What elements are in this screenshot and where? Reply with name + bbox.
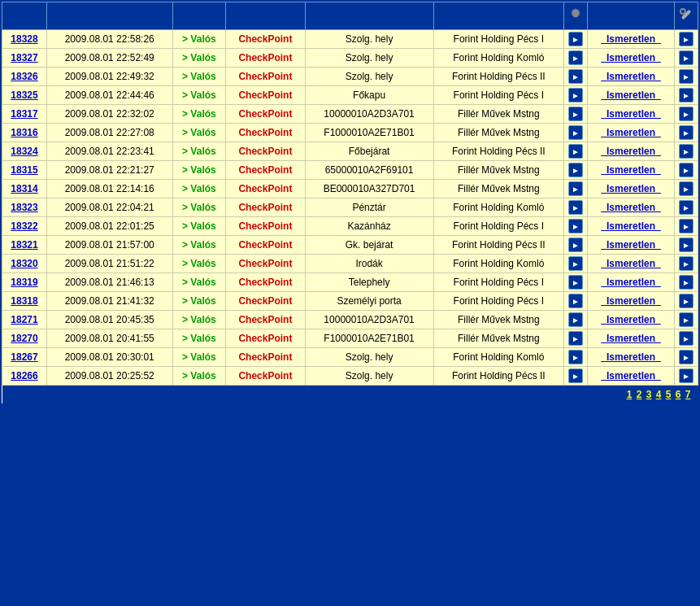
cell-arrow1[interactable]: ►: [564, 105, 588, 124]
cell-arrow1[interactable]: ►: [564, 348, 588, 367]
cell-sorszam[interactable]: 18317: [2, 105, 47, 124]
vagyonor-button[interactable]: ►: [679, 88, 693, 102]
detail-button[interactable]: ►: [568, 368, 583, 383]
vagyonor-button[interactable]: ►: [679, 294, 693, 308]
cell-arrow1[interactable]: ►: [564, 142, 588, 161]
col-icon1[interactable]: [564, 2, 588, 30]
page-link-4[interactable]: 4: [656, 389, 662, 400]
cell-sorszam[interactable]: 18322: [2, 217, 47, 236]
cell-vagyonor[interactable]: _Ismeretlen_: [588, 30, 675, 49]
cell-vagyonor[interactable]: _Ismeretlen_: [588, 255, 675, 273]
cell-vagyonor[interactable]: _Ismeretlen_: [588, 105, 675, 124]
page-link-7[interactable]: 7: [685, 389, 691, 400]
cell-vagyonor[interactable]: _Ismeretlen_: [588, 348, 675, 367]
cell-sorszam[interactable]: 18328: [2, 30, 47, 49]
cell-arrow2[interactable]: ►: [675, 367, 698, 386]
cell-sorszam[interactable]: 18326: [2, 68, 47, 86]
cell-vagyonor[interactable]: _Ismeretlen_: [588, 124, 675, 142]
col-tipus[interactable]: [226, 2, 305, 30]
cell-arrow2[interactable]: ►: [675, 161, 698, 180]
cell-sorszam[interactable]: 18315: [2, 161, 47, 180]
detail-button[interactable]: ►: [568, 125, 583, 140]
vagyonor-button[interactable]: ►: [679, 69, 693, 84]
page-link-6[interactable]: 6: [676, 389, 681, 400]
detail-button[interactable]: ►: [568, 331, 583, 346]
vagyonor-button[interactable]: ►: [679, 368, 693, 383]
detail-button[interactable]: ►: [568, 200, 583, 215]
vagyonor-button[interactable]: ►: [679, 312, 693, 327]
detail-button[interactable]: ►: [568, 32, 583, 46]
cell-arrow1[interactable]: ►: [564, 273, 588, 292]
cell-vagyonor[interactable]: _Ismeretlen_: [588, 292, 675, 311]
cell-sorszam[interactable]: 18270: [2, 329, 47, 348]
cell-arrow2[interactable]: ►: [675, 105, 698, 124]
cell-arrow1[interactable]: ►: [564, 329, 588, 348]
vagyonor-button[interactable]: ►: [679, 50, 693, 65]
cell-sorszam[interactable]: 18324: [2, 142, 47, 161]
cell-arrow2[interactable]: ►: [675, 30, 698, 49]
col-statusz[interactable]: [172, 2, 226, 30]
cell-arrow1[interactable]: ►: [564, 180, 588, 198]
cell-sorszam[interactable]: 18321: [2, 236, 47, 255]
cell-sorszam[interactable]: 18267: [2, 348, 47, 367]
cell-arrow2[interactable]: ►: [675, 255, 698, 273]
cell-arrow1[interactable]: ►: [564, 292, 588, 311]
cell-vagyonor[interactable]: _Ismeretlen_: [588, 161, 675, 180]
cell-sorszam[interactable]: 18319: [2, 273, 47, 292]
page-link-2[interactable]: 2: [637, 389, 642, 400]
cell-sorszam[interactable]: 18325: [2, 86, 47, 105]
cell-sorszam[interactable]: 18323: [2, 198, 47, 217]
cell-arrow1[interactable]: ►: [564, 161, 588, 180]
cell-arrow2[interactable]: ►: [675, 68, 698, 86]
col-icon2[interactable]: [675, 2, 698, 30]
cell-arrow1[interactable]: ►: [564, 68, 588, 86]
cell-sorszam[interactable]: 18266: [2, 367, 47, 386]
cell-arrow1[interactable]: ►: [564, 367, 588, 386]
cell-arrow2[interactable]: ►: [675, 236, 698, 255]
cell-arrow1[interactable]: ►: [564, 86, 588, 105]
cell-arrow1[interactable]: ►: [564, 30, 588, 49]
cell-vagyonor[interactable]: _Ismeretlen_: [588, 273, 675, 292]
cell-arrow1[interactable]: ►: [564, 49, 588, 68]
cell-vagyonor[interactable]: _Ismeretlen_: [588, 329, 675, 348]
cell-arrow2[interactable]: ►: [675, 217, 698, 236]
cell-sorszam[interactable]: 18320: [2, 255, 47, 273]
detail-button[interactable]: ►: [568, 144, 583, 159]
cell-arrow1[interactable]: ►: [564, 236, 588, 255]
cell-arrow2[interactable]: ►: [675, 86, 698, 105]
cell-arrow2[interactable]: ►: [675, 180, 698, 198]
cell-arrow2[interactable]: ►: [675, 348, 698, 367]
cell-sorszam[interactable]: 18314: [2, 180, 47, 198]
cell-arrow2[interactable]: ►: [675, 124, 698, 142]
cell-vagyonor[interactable]: _Ismeretlen_: [588, 142, 675, 161]
cell-arrow1[interactable]: ►: [564, 311, 588, 329]
cell-arrow2[interactable]: ►: [675, 292, 698, 311]
page-link-3[interactable]: 3: [646, 389, 652, 400]
cell-vagyonor[interactable]: _Ismeretlen_: [588, 217, 675, 236]
cell-sorszam[interactable]: 18327: [2, 49, 47, 68]
cell-sorszam[interactable]: 18316: [2, 124, 47, 142]
cell-arrow1[interactable]: ►: [564, 124, 588, 142]
cell-arrow2[interactable]: ►: [675, 49, 698, 68]
detail-button[interactable]: ►: [568, 181, 583, 196]
detail-button[interactable]: ►: [568, 69, 583, 84]
cell-sorszam[interactable]: 18271: [2, 311, 47, 329]
detail-button[interactable]: ►: [568, 275, 583, 290]
detail-button[interactable]: ►: [568, 163, 583, 177]
detail-button[interactable]: ►: [568, 312, 583, 327]
cell-vagyonor[interactable]: _Ismeretlen_: [588, 198, 675, 217]
cell-arrow2[interactable]: ►: [675, 329, 698, 348]
cell-vagyonor[interactable]: _Ismeretlen_: [588, 86, 675, 105]
cell-vagyonor[interactable]: _Ismeretlen_: [588, 236, 675, 255]
cell-vagyonor[interactable]: _Ismeretlen_: [588, 367, 675, 386]
vagyonor-button[interactable]: ►: [679, 200, 693, 215]
cell-arrow2[interactable]: ►: [675, 142, 698, 161]
page-link-5[interactable]: 5: [666, 389, 672, 400]
vagyonor-button[interactable]: ►: [679, 181, 693, 196]
col-sorszam[interactable]: [2, 2, 47, 30]
col-datum[interactable]: [46, 2, 172, 30]
vagyonor-button[interactable]: ►: [679, 144, 693, 159]
vagyonor-button[interactable]: ►: [679, 125, 693, 140]
vagyonor-button[interactable]: ►: [679, 107, 693, 121]
vagyonor-button[interactable]: ►: [679, 256, 693, 271]
